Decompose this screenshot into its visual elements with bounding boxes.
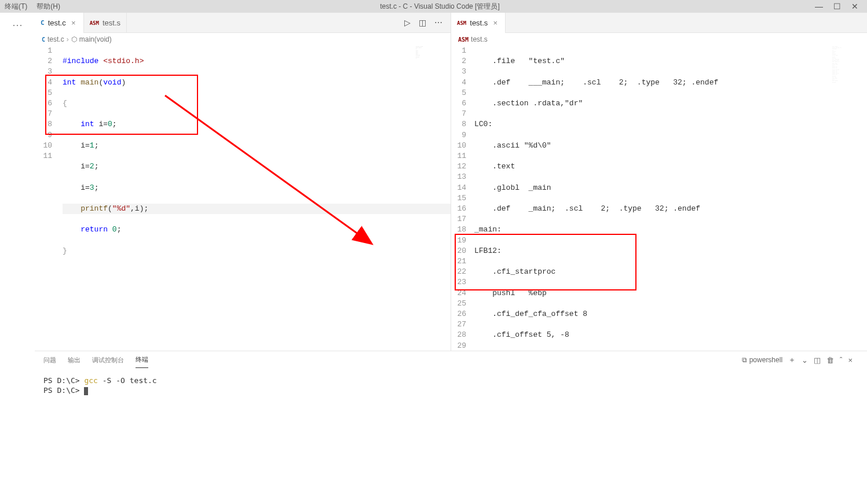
breadcrumb-symbol[interactable]: main(void) bbox=[79, 35, 112, 43]
tab-test-c[interactable]: C test.c × bbox=[35, 13, 84, 33]
close-panel-icon[interactable]: × bbox=[848, 356, 853, 365]
chevron-down-icon[interactable]: ⌄ bbox=[802, 356, 808, 365]
breadcrumb-file[interactable]: test.s bbox=[471, 35, 488, 43]
panel-tab-debug[interactable]: 调试控制台 bbox=[92, 352, 124, 368]
breadcrumbs-left[interactable]: C test.c › ⬡ main(void) bbox=[35, 33, 451, 46]
gutter-left: 1234567891011 bbox=[35, 46, 63, 351]
title-bar: 终端(T) 帮助(H) test.c - C - Visual Studio C… bbox=[0, 0, 867, 13]
terminal-shell-label[interactable]: ⧉powershell bbox=[742, 356, 782, 364]
more-icon[interactable]: ⋯ bbox=[12, 19, 23, 31]
tab-close-icon[interactable]: × bbox=[69, 19, 78, 27]
add-terminal-icon[interactable]: ＋ bbox=[788, 355, 796, 365]
more-actions-icon[interactable]: ⋯ bbox=[434, 18, 442, 27]
editor-pane-left: C test.c × ASM test.s ▷ ◫ ⋯ bbox=[35, 13, 451, 351]
menu-terminal[interactable]: 终端(T) bbox=[0, 2, 32, 12]
terminal-content[interactable]: PS D:\C> gcc -S -O test.c PS D:\C> bbox=[35, 369, 867, 504]
tab-label: test.s bbox=[103, 19, 120, 27]
menu-help[interactable]: 帮助(H) bbox=[32, 2, 65, 12]
minimize-icon[interactable]: — bbox=[815, 2, 823, 11]
run-icon[interactable]: ▷ bbox=[404, 18, 411, 27]
asm-file-icon: ASM bbox=[458, 36, 469, 43]
tab-close-icon[interactable]: × bbox=[491, 19, 499, 27]
gutter-right: 1234567891011121314151617181920212223242… bbox=[451, 46, 474, 351]
tab-label: test.c bbox=[48, 19, 66, 27]
code-editor-left[interactable]: 1234567891011 #include <stdio.h> int mai… bbox=[35, 46, 451, 351]
asm-file-icon: ASM bbox=[90, 20, 99, 26]
tab-test-s-right[interactable]: ASM test.s × bbox=[451, 13, 506, 33]
maximize-icon[interactable]: ☐ bbox=[833, 2, 841, 11]
c-file-icon: C bbox=[41, 19, 45, 27]
chevron-right-icon: › bbox=[67, 35, 69, 43]
split-terminal-icon[interactable]: ◫ bbox=[814, 356, 821, 365]
minimap-right[interactable]: xxx xxxxxxxx xxxxx xxxxxxxxxxxxxxxxxxxxx… bbox=[832, 46, 867, 115]
asm-file-icon: ASM bbox=[457, 20, 466, 26]
chevron-up-icon[interactable]: ˆ bbox=[840, 356, 842, 365]
terminal-icon: ⧉ bbox=[742, 356, 747, 364]
window-title: test.c - C - Visual Studio Code [管理员] bbox=[65, 2, 815, 12]
bottom-panel: 问题 输出 调试控制台 终端 ⧉powershell ＋ ⌄ ◫ 🗑 ˆ × P… bbox=[35, 351, 867, 504]
c-file-icon: C bbox=[42, 36, 45, 43]
cube-icon: ⬡ bbox=[71, 35, 77, 43]
panel-tab-terminal[interactable]: 终端 bbox=[136, 352, 148, 368]
panel-tab-output[interactable]: 输出 bbox=[68, 352, 81, 368]
editor-pane-right: ASM test.s × ASM test.s 1234567891011121… bbox=[451, 13, 867, 351]
cursor bbox=[84, 387, 88, 395]
close-icon[interactable]: ✕ bbox=[851, 2, 858, 11]
panel-tab-problems[interactable]: 问题 bbox=[43, 352, 56, 368]
trash-icon[interactable]: 🗑 bbox=[826, 356, 834, 365]
tab-test-s-left[interactable]: ASM test.s bbox=[84, 13, 127, 33]
minimap-left[interactable]: xxxxx xxxxxxx xxxxxxxxxxxxxxxxxxxxxxxxxx… bbox=[416, 46, 451, 115]
tab-label: test.s bbox=[470, 19, 488, 27]
split-icon[interactable]: ◫ bbox=[419, 18, 426, 27]
breadcrumbs-right[interactable]: ASM test.s bbox=[451, 33, 867, 46]
activity-bar: ⋯ bbox=[0, 13, 35, 504]
breadcrumb-file[interactable]: test.c bbox=[47, 35, 64, 43]
code-editor-right[interactable]: 1234567891011121314151617181920212223242… bbox=[451, 46, 867, 351]
